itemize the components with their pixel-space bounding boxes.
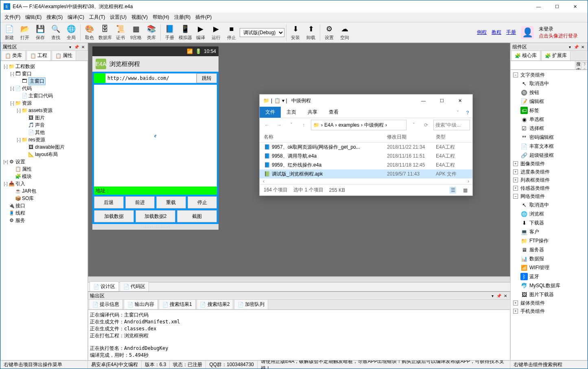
tree-item[interactable]: 🖼图片 (2, 114, 87, 121)
comp-close-icon[interactable]: ✕ (580, 44, 586, 50)
component-item[interactable]: ☑选择框 (511, 124, 586, 133)
comp-dropdown-icon[interactable]: ▾ (567, 44, 573, 50)
phone-button[interactable]: 重载 (156, 196, 186, 209)
build-config-select[interactable]: 调试版(Debug) (240, 28, 284, 37)
phone-button[interactable]: 后退 (94, 196, 124, 209)
toolbar-运行[interactable]: ▶运行 (209, 23, 223, 42)
menu-item[interactable]: 设置(U) (107, 13, 129, 22)
toolbar-手册[interactable]: 📘手册 (162, 23, 177, 42)
ribbon-expand-icon[interactable]: ˅ (453, 108, 463, 118)
component-item[interactable]: 💻客户 (511, 227, 586, 236)
component-item[interactable]: 🖼图片下载器 (511, 290, 586, 299)
component-category[interactable]: +手机类组件 (511, 307, 586, 315)
explorer-maximize[interactable]: ☐ (433, 94, 451, 107)
up-icon[interactable]: ↑ (299, 120, 308, 130)
tree-item[interactable]: ☕JAR包 (2, 187, 87, 195)
component-item[interactable]: 📝编辑框 (511, 97, 586, 106)
output-tab[interactable]: 📄提示信息 (89, 299, 123, 309)
design-tab[interactable]: 📄代码区 (120, 281, 149, 291)
component-item[interactable]: 🐬MySQL数据库 (511, 281, 586, 290)
tree-item[interactable]: [-]📥引入 (2, 180, 87, 187)
toolbar-全局[interactable]: 🌐全局 (64, 23, 79, 42)
maximize-button[interactable]: ☐ (548, 0, 566, 13)
tree-item[interactable]: ⚙服务 (2, 217, 87, 224)
component-item[interactable]: 🔘按钮 (511, 88, 586, 97)
recent-icon[interactable]: ˅ (286, 120, 296, 130)
ribbon-tab[interactable]: 查看 (323, 107, 344, 118)
component-search-input[interactable] (511, 61, 575, 69)
component-tab[interactable]: 🧩核心库 (511, 51, 540, 60)
component-item[interactable]: 🔗超级链接框 (511, 151, 586, 160)
component-tab[interactable]: 🧩扩展库 (541, 51, 571, 60)
toolbar-新建[interactable]: 📄新建 (2, 23, 17, 42)
back-icon[interactable]: ← (262, 120, 272, 130)
comp-pin-icon[interactable]: 📌 (573, 44, 579, 50)
tree-item[interactable]: 📋属性 (2, 165, 87, 173)
tree-item[interactable]: 🎵声音 (2, 121, 87, 129)
tree-item[interactable]: 📦SO库 (2, 195, 87, 202)
output-pin-icon[interactable]: 📌 (496, 293, 502, 299)
menu-item[interactable]: 帮助(H) (150, 13, 172, 22)
tree-item[interactable]: [-]📁res资源 (2, 136, 87, 143)
toolbar-数据库[interactable]: 🗄数据库 (98, 23, 112, 42)
phone-button[interactable]: 停止 (188, 196, 217, 209)
scroll-right-icon[interactable]: › (468, 178, 469, 184)
file-row[interactable]: 📗调试版_浏览框例程.apk2019/5/7 11:43APK 文件 (260, 169, 472, 178)
toolbar-取色[interactable]: 🎨取色 (82, 23, 97, 42)
toolbar-证书[interactable]: 📜证书 (113, 23, 128, 42)
tree-item[interactable]: 📄主窗口代码 (2, 92, 87, 99)
component-item[interactable]: ↖取消选中 (511, 200, 586, 209)
next-button[interactable]: 下个 (581, 61, 587, 69)
toolbar-保存[interactable]: 💾保存 (33, 23, 48, 42)
scroll-left-icon[interactable]: ‹ (263, 178, 264, 184)
icons-view-icon[interactable]: ▦ (462, 187, 468, 193)
file-row[interactable]: 📘9957、ok取网页源码(网络操作_get_po...2018/11/22 2… (260, 143, 472, 152)
tree-item[interactable]: [+]⚙设置 (2, 158, 87, 165)
component-category[interactable]: +进度条类组件 (511, 168, 586, 176)
property-tab[interactable]: 📋属性 (52, 51, 76, 60)
component-category[interactable]: −网络类组件 (511, 192, 586, 200)
toolbar-设置[interactable]: ⚙设置 (322, 23, 337, 42)
phone-button[interactable]: 加载数据2 (136, 210, 175, 222)
close-button[interactable]: ✕ (566, 0, 584, 13)
component-tree[interactable]: −文字类组件↖取消选中🔘按钮📝编辑框🏷标签◉单选框☑选择框**密码编辑框📄丰富文… (510, 70, 588, 360)
tree-item[interactable]: 📐layout布局 (2, 151, 87, 158)
panel-close-icon[interactable]: ✕ (80, 44, 86, 50)
toolbar-卸载[interactable]: ⬆卸载 (304, 23, 318, 42)
toolbar-link[interactable]: 例程 (477, 29, 487, 36)
component-category[interactable]: +图像类组件 (511, 160, 586, 168)
ribbon-tab[interactable]: 共享 (302, 107, 323, 118)
menu-item[interactable]: 插件(P) (193, 13, 214, 22)
help-icon[interactable]: ? (463, 108, 472, 118)
component-item[interactable]: ◉单选框 (511, 115, 586, 124)
url-input[interactable] (105, 73, 197, 83)
file-row[interactable]: 📘9958、调用导航.e4a2018/11/16 11:51E4A工程 (260, 152, 472, 160)
avatar[interactable]: 👤 (521, 26, 534, 39)
phone-button[interactable]: 前进 (125, 196, 155, 209)
toolbar-模拟器[interactable]: 📱模拟器 (178, 23, 192, 42)
browser-view[interactable]: e (94, 85, 217, 187)
col-type[interactable]: 类型 (436, 134, 468, 141)
menu-item[interactable]: 文件(F) (2, 13, 23, 22)
ribbon-tab[interactable]: 文件 (260, 107, 281, 118)
component-item[interactable]: **密码编辑框 (511, 133, 586, 142)
component-item[interactable]: ᛒ蓝牙 (511, 272, 586, 281)
panel-dropdown-icon[interactable]: ▾ (67, 44, 73, 50)
output-content[interactable]: 正在编译代码：主窗口代码 正在生成文件：AndroidManifest.xml … (88, 310, 510, 360)
output-tab[interactable]: 📄搜索结果1 (159, 299, 196, 309)
explorer-file-list[interactable]: 📘9957、ok取网页源码(网络操作_get_po...2018/11/22 2… (260, 143, 472, 178)
search-button[interactable]: 搜索 (575, 61, 581, 69)
component-category[interactable]: +媒体类组件 (511, 299, 586, 307)
menu-item[interactable]: 编辑(E) (23, 13, 44, 22)
tree-item[interactable]: 🗔主窗口 (2, 77, 87, 85)
component-item[interactable]: ⬇下载器 (511, 218, 586, 227)
output-tab[interactable]: 📄加密队列 (234, 299, 268, 309)
toolbar-打开[interactable]: 📂打开 (17, 23, 32, 42)
output-tab[interactable]: 📄搜索结果2 (197, 299, 234, 309)
file-row[interactable]: 📘9959、红外线操作.e4a2018/11/18 12:45E4A工程 (260, 160, 472, 169)
panel-pin-icon[interactable]: 📌 (74, 44, 79, 50)
toolbar-link[interactable]: 教程 (492, 29, 501, 36)
go-button[interactable]: 跳转 (197, 73, 217, 83)
toolbar-空间[interactable]: ☁空间 (337, 23, 352, 42)
phone-button[interactable]: 加载数据 (94, 210, 134, 222)
